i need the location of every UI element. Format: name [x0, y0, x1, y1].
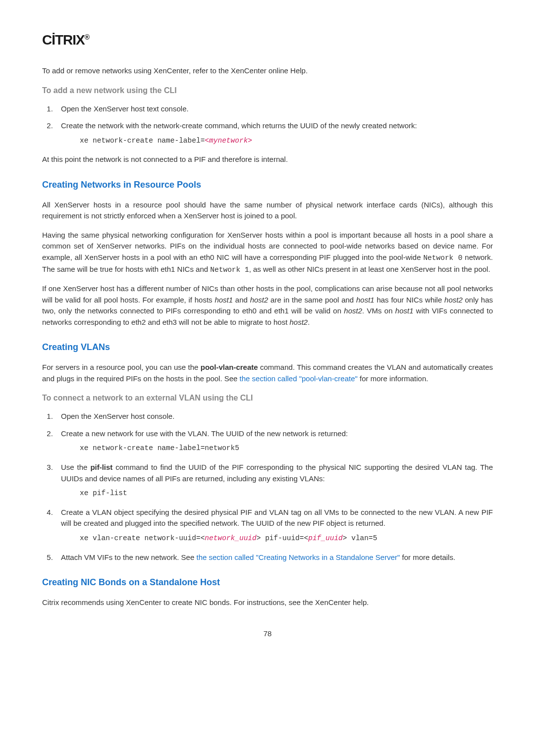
- citrix-logo: CİTRIX®: [42, 30, 493, 50]
- code-block: xe vlan-create network-uuid=<network_uui…: [80, 533, 493, 544]
- list-item: Create a new network for use with the VL…: [55, 428, 493, 454]
- connect-vlan-steps: Open the XenServer host console. Create …: [55, 411, 493, 563]
- list-item: Use the pif-list command to find the UUI…: [55, 462, 493, 499]
- code-block: xe network-create name-label=network5: [80, 443, 493, 454]
- add-network-steps: Open the XenServer host text console. Cr…: [55, 103, 493, 147]
- list-item: Create a VLAN object specifying the desi…: [55, 507, 493, 544]
- body-paragraph: Citrix recommends using XenCenter to cre…: [42, 597, 493, 608]
- intro-paragraph: To add or remove networks using XenCente…: [42, 65, 493, 77]
- code-block: xe pif-list: [80, 488, 493, 499]
- list-item: Open the XenServer host console.: [55, 411, 493, 422]
- heading-creating-networks-pools: Creating Networks in Resource Pools: [42, 178, 493, 192]
- list-item: Create the network with the network-crea…: [55, 120, 493, 146]
- heading-creating-nic-bonds: Creating NIC Bonds on a Standalone Host: [42, 576, 493, 589]
- subheading-connect-vlan-cli: To connect a network to an external VLAN…: [42, 392, 493, 404]
- link-pool-vlan-create[interactable]: the section called "pool-vlan-create": [240, 374, 358, 383]
- heading-creating-vlans: Creating VLANs: [42, 341, 493, 354]
- body-paragraph: If one XenServer host has a different nu…: [42, 283, 493, 328]
- body-paragraph: At this point the network is not connect…: [42, 154, 493, 165]
- list-item: Attach VM VIFs to the new network. See t…: [55, 552, 493, 563]
- body-paragraph: All XenServer hosts in a resource pool s…: [42, 200, 493, 222]
- body-paragraph: Having the same physical networking conf…: [42, 230, 493, 276]
- list-item: Open the XenServer host text console.: [55, 103, 493, 115]
- subheading-add-network-cli: To add a new network using the CLI: [42, 85, 493, 97]
- link-creating-networks-standalone[interactable]: the section called "Creating Networks in…: [196, 553, 400, 561]
- body-paragraph: For servers in a resource pool, you can …: [42, 362, 493, 384]
- code-block: xe network-create name-label=<mynetwork>: [80, 136, 493, 147]
- page-number: 78: [42, 628, 493, 640]
